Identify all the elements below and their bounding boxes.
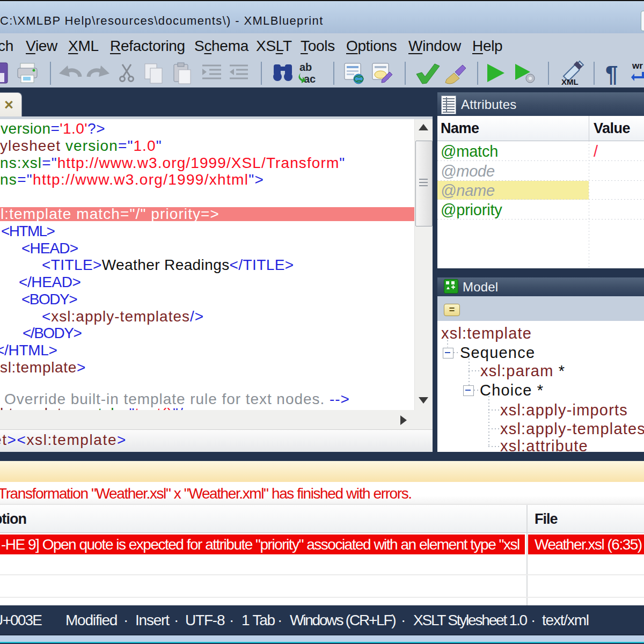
svg-text:ab: ab [299, 61, 312, 73]
svg-text:ac: ac [304, 73, 316, 85]
svg-text:wr: wr [632, 61, 643, 71]
svg-text:XML: XML [561, 77, 579, 86]
svg-text:¶: ¶ [605, 61, 618, 86]
